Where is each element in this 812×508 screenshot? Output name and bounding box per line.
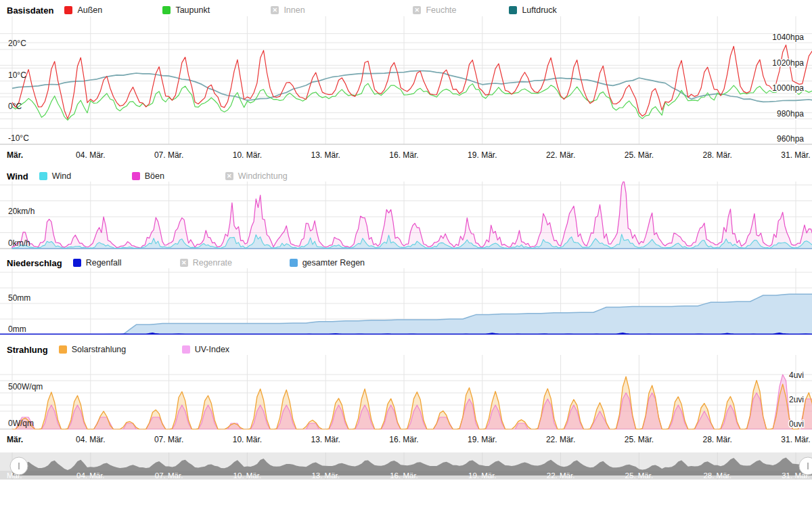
x-axis-label: Mär. [7, 150, 23, 160]
legend-label: Regenfall [86, 258, 122, 268]
legend-item-wind[interactable]: Wind [39, 171, 132, 181]
x-axis-label: 07. Mär. [154, 150, 183, 160]
section-header-basisdaten: Basisdaten Außen Taupunkt ✕ Innen ✕ Feuc… [0, 3, 812, 17]
x-axis-label: 25. Mär. [625, 435, 654, 444]
x-axis-label: 31. Mär. [781, 435, 810, 444]
niederschlag-chart[interactable]: 50mm0mm [0, 268, 812, 335]
x-axis-label: Mär. [7, 435, 23, 444]
legend-label: gesamter Regen [302, 258, 365, 268]
x-axis-label: 10. Mär. [233, 150, 262, 160]
y-axis-label: 20km/h [8, 207, 35, 216]
legend-label: Innen [284, 5, 304, 15]
y-axis-label: 50mm [8, 293, 30, 303]
gesamter-regen-swatch-icon [290, 259, 298, 267]
navigator-date-label: 16. Mär. [390, 471, 418, 480]
uv-index-swatch-icon [182, 345, 190, 354]
wind-chart[interactable]: 20km/h0km/h [0, 182, 812, 249]
legend-item-luftdruck[interactable]: Luftdruck [509, 5, 556, 15]
legend-label: Luftdruck [522, 5, 556, 15]
section-title-strahlung: Strahlung [7, 345, 48, 355]
disabled-checkbox-icon: ✕ [271, 6, 279, 14]
basisdaten-chart[interactable]: -10°C0°C10°C20°C960hpa980hpa1000hpa1020h… [0, 16, 812, 145]
legend-label: Regenrate [193, 258, 232, 268]
solarstrahlung-swatch-icon [59, 345, 67, 354]
legend-label: Böen [145, 171, 164, 181]
y-axis-label: 0W/qm [8, 419, 34, 428]
y-axis-label: -10°C [8, 133, 29, 143]
legend-item-aussen[interactable]: Außen [64, 5, 162, 15]
y-axis-label: 0uvi [789, 419, 804, 429]
legend-item-regenrate[interactable]: ✕ Regenrate [180, 258, 290, 268]
y-axis-label: 1040hpa [772, 33, 804, 42]
legend-item-innen[interactable]: ✕ Innen [271, 5, 413, 15]
legend-item-gesamter-regen[interactable]: gesamter Regen [290, 258, 365, 268]
aussen-swatch-icon [64, 6, 72, 14]
y-axis-label: 0mm [8, 324, 26, 334]
x-axis-label: 13. Mär. [311, 435, 340, 444]
navigator-date-label: 13. Mär. [311, 471, 340, 480]
x-axis-label: 19. Mär. [468, 150, 497, 160]
taupunkt-swatch-icon [162, 6, 171, 14]
x-axis-label: 04. Mär. [76, 435, 105, 444]
x-axis-label: 19. Mär. [468, 435, 497, 444]
x-axis-label: 25. Mär. [625, 150, 654, 160]
legend-item-boeen[interactable]: Böen [132, 171, 225, 181]
x-axis-label: 16. Mär. [389, 435, 418, 444]
navigator-scrollbar[interactable]: Mär.04. Mär.07. Mär.10. Mär.13. Mär.16. … [0, 452, 812, 480]
y-axis-label: 2uvi [789, 395, 804, 404]
luftdruck-swatch-icon [509, 6, 517, 14]
boeen-swatch-icon [132, 172, 140, 180]
navigator-date-label: 22. Mär. [547, 471, 575, 480]
y-axis-label: 10°C [8, 70, 26, 80]
legend-label: Außen [77, 5, 102, 15]
legend-item-windrichtung[interactable]: ✕ Windrichtung [225, 171, 288, 181]
x-axis-label: 16. Mär. [389, 150, 418, 160]
legend-item-feuchte[interactable]: ✕ Feuchte [413, 5, 509, 15]
y-axis-label: 980hpa [777, 109, 804, 119]
weather-dashboard: Basisdaten Außen Taupunkt ✕ Innen ✕ Feuc… [0, 0, 812, 508]
strahlung-chart[interactable]: 500W/qm0W/qm4uvi2uvi0uvi [0, 355, 812, 429]
x-axis-label: 10. Mär. [233, 435, 262, 444]
x-axis-label: 22. Mär. [546, 150, 575, 160]
legend-label: Windrichtung [238, 171, 288, 181]
disabled-checkbox-icon: ✕ [413, 6, 421, 14]
y-axis-label: 1020hpa [772, 58, 804, 68]
section-header-strahlung: Strahlung Solarstrahlung UV-Index [0, 343, 812, 356]
legend-item-regenfall[interactable]: Regenfall [73, 258, 180, 268]
legend-label: UV-Index [195, 345, 229, 354]
wind-swatch-icon [39, 172, 47, 180]
y-axis-label: 960hpa [777, 134, 804, 144]
navigator-date-label: 04. Mär. [76, 471, 105, 480]
navigator-date-label: 28. Mär. [703, 471, 731, 480]
section-title-wind: Wind [7, 171, 28, 182]
section-title-niederschlag: Niederschlag [7, 258, 62, 268]
x-axis-label: 28. Mär. [703, 150, 732, 160]
x-axis-label: 31. Mär. [781, 150, 810, 160]
x-axis-row: Mär.04. Mär.07. Mär.10. Mär.13. Mär.16. … [0, 429, 812, 448]
legend-item-uv-index[interactable]: UV-Index [182, 345, 229, 354]
x-axis-label: 28. Mär. [703, 435, 732, 444]
navigator-date-label: 10. Mär. [233, 471, 262, 480]
navigator-date-label: 19. Mär. [468, 471, 497, 480]
regenfall-swatch-icon [73, 259, 81, 267]
legend-label: Feuchte [426, 5, 456, 15]
navigator-date-label: 25. Mär. [625, 471, 654, 480]
legend-label: Taupunkt [175, 5, 210, 15]
y-axis-label: 500W/qm [8, 382, 43, 391]
section-header-wind: Wind Wind Böen ✕ Windrichtung [0, 169, 812, 183]
y-axis-label: 0km/h [8, 238, 30, 248]
section-title-basisdaten: Basisdaten [7, 5, 53, 16]
legend-label: Wind [52, 171, 71, 181]
y-axis-label: 0°C [8, 102, 22, 111]
x-axis-label: 13. Mär. [311, 150, 340, 160]
x-axis-row: Mär.04. Mär.07. Mär.10. Mär.13. Mär.16. … [0, 145, 812, 164]
x-axis-label: 04. Mär. [76, 150, 105, 160]
legend-item-taupunkt[interactable]: Taupunkt [162, 5, 271, 15]
legend-item-solarstrahlung[interactable]: Solarstrahlung [59, 345, 182, 354]
y-axis-label: 20°C [8, 39, 26, 48]
navigator-date-label: 07. Mär. [155, 471, 183, 480]
y-axis-label: 4uvi [789, 371, 804, 380]
x-axis-label: 07. Mär. [154, 435, 183, 444]
legend-label: Solarstrahlung [72, 345, 127, 354]
disabled-checkbox-icon: ✕ [225, 172, 233, 180]
